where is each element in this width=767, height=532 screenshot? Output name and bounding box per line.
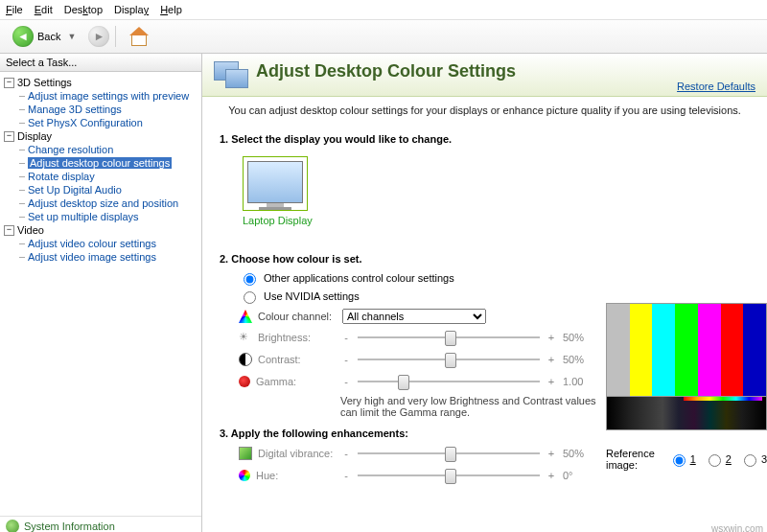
restore-defaults-link[interactable]: Restore Defaults <box>677 81 755 92</box>
watermark: wsxwin.com <box>711 523 763 532</box>
vibrance-icon <box>239 447 252 460</box>
contrast-slider[interactable] <box>358 351 540 368</box>
hue-slider[interactable] <box>358 467 540 484</box>
hue-icon <box>239 470 250 481</box>
back-label: Back <box>37 31 60 42</box>
radio-nvidia[interactable] <box>244 291 256 304</box>
tree-item-digital-audio[interactable]: Set Up Digital Audio <box>17 183 199 197</box>
tree-item-change-res[interactable]: Change resolution <box>17 143 199 156</box>
ref-1[interactable]: 1 <box>668 451 696 467</box>
contrast-label: Contrast: <box>258 354 301 365</box>
brightness-slider[interactable] <box>358 329 540 346</box>
tree-item-physx[interactable]: Set PhysX Configuration <box>17 116 199 129</box>
preview-panel: Reference image: 1 2 3 <box>606 303 767 471</box>
home-button[interactable] <box>122 24 154 49</box>
tree-item-size-pos[interactable]: Adjust desktop size and position <box>17 197 199 210</box>
vibrance-value: 50% <box>563 448 593 459</box>
chevron-down-icon: ▼ <box>67 32 76 41</box>
prism-icon <box>239 310 252 323</box>
ref-2[interactable]: 2 <box>704 451 732 467</box>
ref-3[interactable]: 3 <box>739 451 767 467</box>
menu-display[interactable]: Display <box>114 4 149 15</box>
tree-item-rotate[interactable]: Rotate display <box>17 170 199 183</box>
colour-bars <box>606 303 767 397</box>
sysinfo-icon <box>6 520 19 532</box>
gamma-slider[interactable] <box>358 373 540 390</box>
gamma-value: 1.00 <box>563 376 593 387</box>
tree-item-vid-colour[interactable]: Adjust video colour settings <box>17 237 199 250</box>
tree-group-video[interactable]: −Video <box>2 223 199 237</box>
contrast-value: 50% <box>563 354 593 365</box>
menu-help[interactable]: Help <box>160 4 182 15</box>
page-header: Adjust Desktop Colour Settings Restore D… <box>202 54 767 97</box>
radio-nvidia-label: Use NVIDIA settings <box>264 290 360 302</box>
minus-icon: − <box>4 131 14 142</box>
right-panel: Adjust Desktop Colour Settings Restore D… <box>202 54 767 532</box>
display-selector[interactable] <box>243 156 308 211</box>
menu-edit[interactable]: Edit <box>35 4 53 15</box>
brightness-value: 50% <box>563 332 593 343</box>
gamma-icon <box>239 376 250 387</box>
vibrance-slider[interactable] <box>358 445 540 462</box>
minus-icon: − <box>4 225 14 236</box>
tree-item-multi-disp[interactable]: Set up multiple displays <box>17 210 199 223</box>
display-name: Laptop Display <box>243 215 750 226</box>
home-icon <box>128 27 148 46</box>
tree-item-vid-image[interactable]: Adjust video image settings <box>17 250 199 264</box>
page-title: Adjust Desktop Colour Settings <box>256 61 516 81</box>
radio-other-apps[interactable] <box>244 273 256 286</box>
contrast-icon <box>239 353 252 366</box>
task-tree: −3D Settings Adjust image settings with … <box>0 72 201 516</box>
step1-heading: 1. Select the display you would like to … <box>220 133 750 145</box>
vibrance-label: Digital vibrance: <box>258 448 333 459</box>
toolbar-separator <box>115 26 116 47</box>
hue-value: 0° <box>563 470 593 481</box>
back-button[interactable]: ◄ Back ▼ <box>6 23 82 50</box>
menu-file[interactable]: File <box>6 4 23 15</box>
system-information[interactable]: System Information <box>0 516 201 532</box>
step2-heading: 2. Choose how colour is set. <box>220 253 750 265</box>
gamma-note: Very high and very low Brightness and Co… <box>340 395 609 418</box>
brightness-label: Brightness: <box>258 332 311 343</box>
toolbar: ◄ Back ▼ ► <box>0 20 767 54</box>
menu-desktop[interactable]: Desktop <box>64 4 103 15</box>
gradient-bar <box>606 397 767 430</box>
reference-label: Reference image: <box>606 448 661 471</box>
radio-other-label: Other applications control colour settin… <box>264 272 454 284</box>
menubar: File Edit Desktop Display Help <box>0 0 767 20</box>
tree-item-adj-colour[interactable]: Adjust desktop colour settings <box>17 156 199 170</box>
tree-item-manage-3d[interactable]: Manage 3D settings <box>17 103 199 116</box>
displays-icon <box>214 61 246 90</box>
channel-select[interactable]: All channels <box>342 309 486 324</box>
gamma-label: Gamma: <box>256 376 296 387</box>
tree-group-3d[interactable]: −3D Settings <box>2 76 199 89</box>
task-header: Select a Task... <box>0 54 201 72</box>
tree-item-adj-image[interactable]: Adjust image settings with preview <box>17 89 199 103</box>
forward-button[interactable]: ► <box>88 26 109 47</box>
hue-label: Hue: <box>256 470 278 481</box>
left-panel: Select a Task... −3D Settings Adjust ima… <box>0 54 202 532</box>
tree-group-display[interactable]: −Display <box>2 129 199 143</box>
back-arrow-icon: ◄ <box>12 26 34 47</box>
brightness-icon: ☀ <box>239 331 252 344</box>
minus-icon: − <box>4 78 14 88</box>
page-subtitle: You can adjust desktop colour settings f… <box>202 97 767 127</box>
monitor-icon <box>247 161 303 203</box>
channel-label: Colour channel: <box>258 311 332 322</box>
